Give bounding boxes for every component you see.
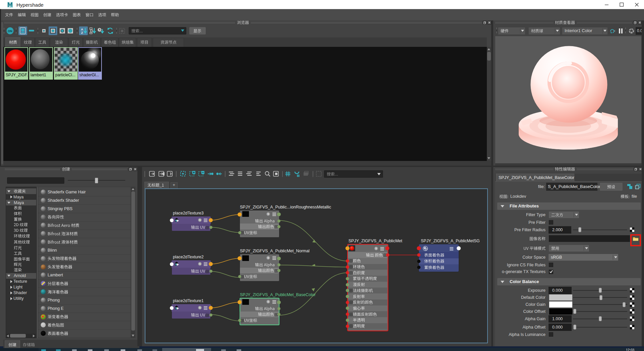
- svg-text:S: S: [267, 256, 269, 259]
- svg-text:ON: ON: [8, 29, 12, 33]
- svg-text:S: S: [267, 212, 269, 215]
- svg-text:S: S: [199, 218, 201, 222]
- svg-text:Z: Z: [81, 31, 83, 34]
- svg-text:S: S: [199, 262, 201, 265]
- svg-text:S: S: [199, 306, 201, 309]
- svg-text:S: S: [267, 300, 269, 303]
- svg-text:S: S: [375, 247, 377, 250]
